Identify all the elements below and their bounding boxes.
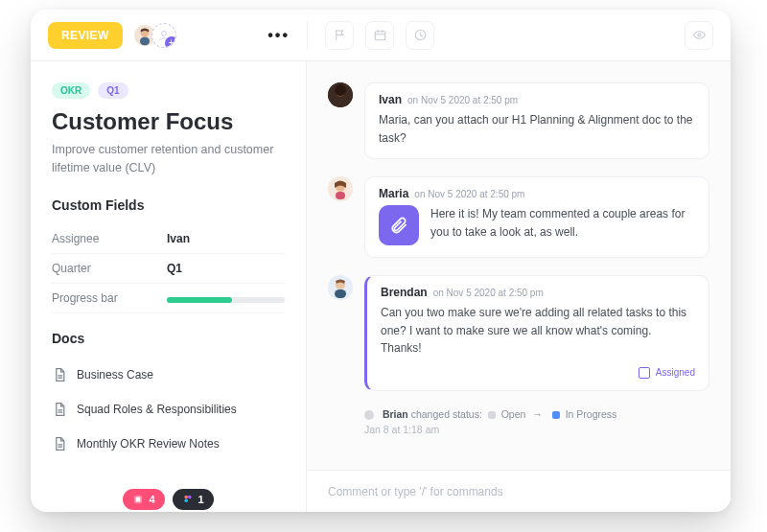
status-dot-from xyxy=(488,411,496,419)
task-description[interactable]: Improve customer retention and customer … xyxy=(52,141,285,178)
comment-composer[interactable] xyxy=(307,470,731,512)
tag-q1[interactable]: Q1 xyxy=(98,82,128,99)
flag-button[interactable] xyxy=(325,21,354,50)
doc-item[interactable]: Monthly OKR Review Notes xyxy=(52,427,285,461)
counter-pill-secondary[interactable]: 1 xyxy=(173,489,214,510)
comment-text: Maria, can you attach our H1 Planning & … xyxy=(379,111,695,147)
task-detail-window: REVIEW + ••• xyxy=(31,10,731,512)
svg-point-5 xyxy=(698,34,701,36)
svg-point-8 xyxy=(184,496,188,499)
counter-value: 4 xyxy=(149,494,154,505)
svg-point-2 xyxy=(161,31,166,35)
comment-timestamp: on Nov 5 2020 at 2:50 pm xyxy=(407,95,518,105)
arrow-icon: → xyxy=(532,408,543,420)
docs-section: Docs Business Case Squad Roles & Respons… xyxy=(52,331,285,461)
field-label: Progress bar xyxy=(52,291,167,305)
custom-fields-header: Custom Fields xyxy=(52,197,285,213)
tag-okr[interactable]: OKR xyxy=(52,82,90,99)
comment-bubble[interactable]: Maria on Nov 5 2020 at 2:50 pm Here it i… xyxy=(364,176,709,258)
field-value: Q1 xyxy=(167,262,182,275)
comment-text: Can you two make sure we're adding all r… xyxy=(381,304,695,358)
comment-timestamp: on Nov 5 2020 at 2:50 pm xyxy=(433,288,544,298)
activity-pane: Ivan on Nov 5 2020 at 2:50 pm Maria, can… xyxy=(307,61,731,512)
comment-timestamp: on Nov 5 2020 at 2:50 pm xyxy=(414,189,524,199)
status-timestamp: Jan 8 at 1:18 am xyxy=(364,424,709,435)
comment: Ivan on Nov 5 2020 at 2:50 pm Maria, can… xyxy=(328,82,709,159)
svg-rect-3 xyxy=(375,32,385,40)
comment-author: Maria xyxy=(379,187,408,200)
status-from: Open xyxy=(501,408,526,420)
progress-fill xyxy=(167,297,232,303)
comment-feed: Ivan on Nov 5 2020 at 2:50 pm Maria, can… xyxy=(307,61,731,470)
status-to: In Progress xyxy=(566,408,617,420)
svg-rect-19 xyxy=(335,289,346,298)
topbar-right xyxy=(307,21,731,50)
status-verb: changed status: xyxy=(411,408,482,420)
document-icon xyxy=(52,367,67,382)
topbar: REVIEW + ••• xyxy=(31,10,731,61)
details-pane: OKR Q1 Customer Focus Improve customer r… xyxy=(31,61,307,512)
svg-rect-16 xyxy=(336,192,345,199)
status-badge-review[interactable]: REVIEW xyxy=(48,22,123,49)
counter-pill-primary[interactable]: 4 xyxy=(123,489,164,510)
date-button[interactable] xyxy=(365,21,394,50)
task-title[interactable]: Customer Focus xyxy=(52,108,285,135)
svg-point-13 xyxy=(335,84,346,96)
time-button[interactable] xyxy=(406,21,434,50)
doc-title: Business Case xyxy=(77,368,153,382)
body: OKR Q1 Customer Focus Improve customer r… xyxy=(31,61,731,512)
paperclip-icon xyxy=(389,216,408,235)
field-value: Ivan xyxy=(167,232,190,245)
floating-counters: 4 1 xyxy=(31,489,306,512)
actor-name: Brian xyxy=(383,408,408,420)
document-icon xyxy=(52,402,67,417)
document-icon xyxy=(52,436,67,451)
figma-icon xyxy=(182,494,194,505)
watch-button[interactable] xyxy=(685,21,713,50)
svg-rect-1 xyxy=(140,36,150,44)
doc-title: Monthly OKR Review Notes xyxy=(77,437,220,451)
topbar-left: REVIEW + ••• xyxy=(31,22,307,49)
tag-row: OKR Q1 xyxy=(52,82,285,99)
comment-bubble[interactable]: Ivan on Nov 5 2020 at 2:50 pm Maria, can… xyxy=(364,82,709,159)
avatar-mini xyxy=(364,410,374,420)
more-menu-button[interactable]: ••• xyxy=(267,27,290,44)
assigned-label: Assigned xyxy=(656,367,695,378)
docs-header: Docs xyxy=(52,331,285,346)
comment-author: Ivan xyxy=(379,93,402,106)
svg-point-10 xyxy=(184,498,188,502)
comment-text: Here it is! My team commented a couple a… xyxy=(430,205,695,241)
comment: Brendan on Nov 5 2020 at 2:50 pm Can you… xyxy=(328,275,709,391)
doc-title: Squad Roles & Responsibilities xyxy=(77,403,237,416)
field-label: Quarter xyxy=(52,262,167,275)
field-assignee[interactable]: Assignee Ivan xyxy=(52,224,285,254)
avatar[interactable] xyxy=(328,275,353,300)
field-quarter[interactable]: Quarter Q1 xyxy=(52,254,285,284)
counter-value: 1 xyxy=(198,494,204,505)
assigned-indicator[interactable]: Assigned xyxy=(381,367,695,379)
checkbox-icon xyxy=(639,367,650,379)
assignee-stack[interactable]: + xyxy=(132,23,176,48)
svg-point-9 xyxy=(188,496,192,499)
attachment-tile[interactable] xyxy=(379,205,419,245)
doc-item[interactable]: Squad Roles & Responsibilities xyxy=(52,392,285,427)
comment-author: Brendan xyxy=(381,286,428,299)
add-assignee-button[interactable]: + xyxy=(151,23,176,48)
plus-icon: + xyxy=(165,36,176,48)
progress-bar[interactable] xyxy=(167,297,285,303)
field-label: Assignee xyxy=(52,232,167,245)
svg-rect-7 xyxy=(136,497,141,502)
doc-item[interactable]: Business Case xyxy=(52,358,285,392)
status-change-event: Brian changed status: Open → In Progress… xyxy=(328,408,709,435)
grid-icon xyxy=(132,494,144,505)
avatar[interactable] xyxy=(328,176,353,201)
comment: Maria on Nov 5 2020 at 2:50 pm Here it i… xyxy=(328,176,709,258)
status-dot-to xyxy=(552,411,560,419)
avatar[interactable] xyxy=(328,82,353,107)
comment-bubble[interactable]: Brendan on Nov 5 2020 at 2:50 pm Can you… xyxy=(364,275,709,391)
field-progress[interactable]: Progress bar xyxy=(52,284,285,313)
comment-input[interactable] xyxy=(328,485,709,498)
